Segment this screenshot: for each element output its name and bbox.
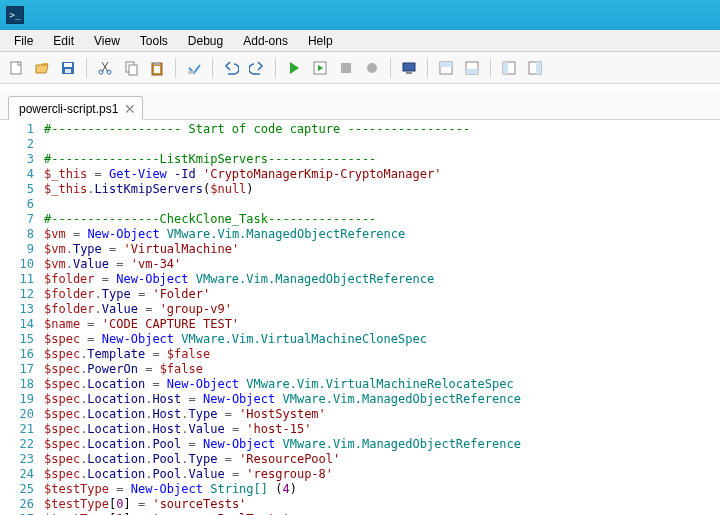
open-icon[interactable]	[30, 56, 54, 80]
token-var: $_this	[44, 182, 87, 196]
menu-help[interactable]: Help	[298, 32, 343, 50]
code-line[interactable]: $name = 'CODE CAPTURE TEST'	[44, 317, 720, 332]
step-icon[interactable]	[360, 56, 384, 80]
pane1-icon[interactable]	[434, 56, 458, 80]
menu-view[interactable]: View	[84, 32, 130, 50]
token-var: $null	[210, 182, 246, 196]
code-line[interactable]: $spec.Location.Host = New-Object VMware.…	[44, 392, 720, 407]
panel-icon[interactable]	[497, 56, 521, 80]
pane2-icon[interactable]	[460, 56, 484, 80]
code-line[interactable]: #------------------ Start of code captur…	[44, 122, 720, 137]
token-op: =	[131, 497, 153, 511]
code-line[interactable]: $_this = Get-View -Id 'CryptoManagerKmip…	[44, 167, 720, 182]
token-op: =	[80, 317, 102, 331]
run-icon[interactable]	[282, 56, 306, 80]
clear-icon[interactable]	[182, 56, 206, 80]
stop-icon[interactable]	[334, 56, 358, 80]
copy-icon[interactable]	[119, 56, 143, 80]
code-line[interactable]: $spec.Location.Pool.Type = 'ResourcePool…	[44, 452, 720, 467]
tab-active[interactable]: powercli-script.ps1 ✕	[8, 96, 143, 120]
svg-rect-10	[154, 66, 160, 73]
code-line[interactable]: $folder = New-Object VMware.Vim.ManagedO…	[44, 272, 720, 287]
token-member: Location	[87, 452, 145, 466]
menu-tools[interactable]: Tools	[130, 32, 178, 50]
menu-debug[interactable]: Debug	[178, 32, 233, 50]
paste-icon[interactable]	[145, 56, 169, 80]
svg-rect-7	[129, 65, 137, 75]
new-icon[interactable]	[4, 56, 28, 80]
panelr-icon[interactable]	[523, 56, 547, 80]
token-type: String[]	[210, 482, 268, 496]
save-icon[interactable]	[56, 56, 80, 80]
code-line[interactable]	[44, 197, 720, 212]
code-area[interactable]: #------------------ Start of code captur…	[40, 120, 720, 515]
token-op: =	[225, 467, 247, 481]
token-member: Type	[189, 407, 218, 421]
token-var: $spec	[44, 347, 80, 361]
token-member: Pool	[152, 452, 181, 466]
menu-add-ons[interactable]: Add-ons	[233, 32, 298, 50]
token-op: =	[87, 167, 109, 181]
code-line[interactable]: $vm.Type = 'VirtualMachine'	[44, 242, 720, 257]
token-member: Location	[87, 377, 145, 391]
token-var: $folder	[44, 302, 95, 316]
token-str: 'sourceTests'	[152, 497, 246, 511]
line-number: 16	[0, 347, 34, 362]
titlebar: >_	[0, 0, 720, 30]
token-var: $spec	[44, 452, 80, 466]
line-number: 9	[0, 242, 34, 257]
code-line[interactable]: $testType[0] = 'sourceTests'	[44, 497, 720, 512]
code-line[interactable]: $spec.Location = New-Object VMware.Vim.V…	[44, 377, 720, 392]
token-op: =	[102, 242, 124, 256]
svg-rect-9	[154, 62, 160, 65]
code-line[interactable]	[44, 137, 720, 152]
powershell-icon: >_	[6, 6, 24, 24]
code-line[interactable]: $folder.Type = 'Folder'	[44, 287, 720, 302]
code-line[interactable]: #---------------CheckClone_Task---------…	[44, 212, 720, 227]
code-line[interactable]: $spec.Location.Host.Type = 'HostSystem'	[44, 407, 720, 422]
remote-icon[interactable]	[397, 56, 421, 80]
toolbar-separator	[212, 58, 213, 78]
token-str: 'host-15'	[246, 422, 311, 436]
line-number: 1	[0, 122, 34, 137]
code-line[interactable]: $spec = New-Object VMware.Vim.VirtualMac…	[44, 332, 720, 347]
code-line[interactable]: $spec.Location.Pool = New-Object VMware.…	[44, 437, 720, 452]
menu-edit[interactable]: Edit	[43, 32, 84, 50]
token-paren: ]	[124, 497, 131, 511]
tabbar: powercli-script.ps1 ✕	[0, 92, 720, 120]
line-number: 12	[0, 287, 34, 302]
code-line[interactable]: $spec.Template = $false	[44, 347, 720, 362]
undo-icon[interactable]	[219, 56, 243, 80]
toolbar-separator	[275, 58, 276, 78]
svg-rect-0	[11, 62, 21, 74]
token-var: $testType	[44, 497, 109, 511]
token-op: =	[138, 302, 160, 316]
menubar: FileEditViewToolsDebugAdd-onsHelp	[0, 30, 720, 52]
code-line[interactable]: $_this.ListKmipServers($null)	[44, 182, 720, 197]
token-member: Pool	[152, 437, 181, 451]
svg-rect-2	[64, 63, 72, 67]
token-member: Location	[87, 407, 145, 421]
token-paren: )	[290, 482, 297, 496]
code-line[interactable]: #---------------ListKmipServers---------…	[44, 152, 720, 167]
token-op: .	[181, 422, 188, 436]
close-icon[interactable]: ✕	[124, 102, 136, 116]
token-op: =	[145, 347, 167, 361]
redo-icon[interactable]	[245, 56, 269, 80]
token-comment: #------------------ Start of code captur…	[44, 122, 470, 136]
code-line[interactable]: $spec.Location.Pool.Value = 'resgroup-8'	[44, 467, 720, 482]
svg-rect-24	[536, 62, 541, 74]
code-line[interactable]: $vm = New-Object VMware.Vim.ManagedObjec…	[44, 227, 720, 242]
code-line[interactable]: $spec.PowerOn = $false	[44, 362, 720, 377]
token-type: VMware.Vim.ManagedObjectReference	[167, 227, 405, 241]
run-selection-icon[interactable]	[308, 56, 332, 80]
code-line[interactable]: $spec.Location.Host.Value = 'host-15'	[44, 422, 720, 437]
cut-icon[interactable]	[93, 56, 117, 80]
code-editor[interactable]: 1234567891011121314151617181920212223242…	[0, 120, 720, 515]
code-line[interactable]: $testType = New-Object String[] (4)	[44, 482, 720, 497]
code-line[interactable]: $vm.Value = 'vm-34'	[44, 257, 720, 272]
menu-file[interactable]: File	[4, 32, 43, 50]
token-op: =	[181, 437, 203, 451]
token-var: $vm	[44, 257, 66, 271]
code-line[interactable]: $folder.Value = 'group-v9'	[44, 302, 720, 317]
